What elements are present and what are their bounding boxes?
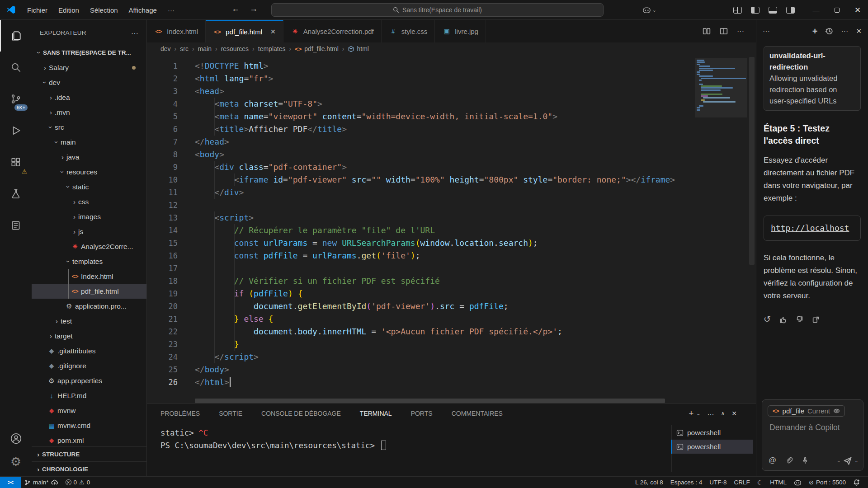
language-mode-item[interactable]: HTML <box>766 477 790 488</box>
activity-extensions-icon[interactable]: ⚠ <box>0 146 32 178</box>
nav-forward-icon[interactable]: → <box>250 4 258 14</box>
send-icon[interactable] <box>843 456 852 465</box>
tree-item-src[interactable]: ›src <box>32 120 146 135</box>
panel-tab-console-de-d-bogage[interactable]: CONSOLE DE DÉBOGAGE <box>261 407 341 420</box>
tree-item-salary[interactable]: ›Salary <box>32 60 146 75</box>
panel-tab-commentaires[interactable]: COMMENTAIRES <box>452 407 503 420</box>
tree-item--mvn[interactable]: ›.mvn <box>32 105 146 120</box>
tree-item-index-html[interactable]: <>Index.html <box>32 269 146 284</box>
window-restore-button[interactable] <box>826 0 847 20</box>
breadcrumb-part[interactable]: resources <box>221 45 249 52</box>
editor-horizontal-scrollbar[interactable] <box>147 398 756 404</box>
nav-back-icon[interactable]: ← <box>231 4 240 14</box>
terminal-instance-powershell[interactable]: powershell <box>671 426 753 440</box>
chat-messages[interactable]: unvalidated-url-redirection Allowing unv… <box>756 42 868 326</box>
panel-tab-probl-mes[interactable]: PROBLÈMES <box>160 407 200 420</box>
thumbs-up-icon[interactable] <box>779 316 787 324</box>
tree-item-target[interactable]: ›target <box>32 328 146 343</box>
window-close-button[interactable]: ✕ <box>847 0 868 20</box>
accounts-icon[interactable] <box>0 427 32 450</box>
tree-item-css[interactable]: ›css <box>32 194 146 209</box>
breadcrumb-part[interactable]: main <box>198 45 212 52</box>
explorer-more-actions-icon[interactable]: ··· <box>131 29 138 37</box>
tree-item-java[interactable]: ›java <box>32 150 146 164</box>
new-terminal-icon[interactable]: + <box>689 408 693 418</box>
git-branch-item[interactable]: main* <box>21 477 62 488</box>
tab-analyse2correction-pdf[interactable]: ✳Analyse2Correction.pdf <box>283 20 382 42</box>
tab-livre-jpg[interactable]: ▣livre.jpg <box>435 20 486 42</box>
insert-into-file-icon[interactable] <box>812 316 820 324</box>
activity-testing-icon[interactable] <box>0 178 32 210</box>
code-editor[interactable]: 1<!DOCTYPE html>2<html lang="fr">3<head>… <box>147 55 756 398</box>
problems-item[interactable]: ✕ 0 ⚠ 0 <box>62 477 94 488</box>
tab-close-icon[interactable]: ✕ <box>270 28 276 35</box>
menu-edition[interactable]: Edition <box>53 4 85 16</box>
indentation-item[interactable]: Espaces : 4 <box>667 477 706 488</box>
tree-item-resources[interactable]: ›resources <box>32 164 146 179</box>
panel-tab-sortie[interactable]: SORTIE <box>219 407 242 420</box>
section-chronologie[interactable]: ›CHRONOLOGIE <box>32 461 146 476</box>
tree-item-js[interactable]: ›js <box>32 224 146 239</box>
tab-pdf-file-html[interactable]: <>pdf_file.html✕ <box>206 20 283 42</box>
chat-history-icon[interactable] <box>825 27 833 35</box>
chat-editor-more-icon[interactable]: ··· <box>763 27 770 35</box>
send-options-chevron-icon[interactable]: ⌄ <box>854 458 859 464</box>
editor-more-actions-icon[interactable]: ··· <box>737 27 744 35</box>
tree-item-analyse2corre-[interactable]: ✳Analyse2Corre... <box>32 239 146 254</box>
tree-item--idea[interactable]: ›.idea <box>32 90 146 105</box>
activity-explorer-icon[interactable] <box>0 20 32 52</box>
tab-index-html[interactable]: <>Index.html <box>147 20 206 42</box>
tree-item-sans-titre-espace-de-tr-[interactable]: ›SANS TITRE(ESPACE DE TR... <box>32 45 146 60</box>
command-center-search[interactable]: Sans titre(Espace de travail) <box>271 3 604 17</box>
panel-more-actions-icon[interactable]: ··· <box>707 410 714 418</box>
tree-item--gitattributes[interactable]: ◆.gitattributes <box>32 343 146 358</box>
terminal-profile-chevron-icon[interactable]: ⌄ <box>696 411 700 417</box>
mention-icon[interactable]: @ <box>769 456 776 465</box>
tree-item-mvnw-cmd[interactable]: ▦mvnw.cmd <box>32 418 146 433</box>
attach-icon[interactable] <box>785 457 793 464</box>
remote-indicator[interactable]: >< <box>0 477 21 488</box>
breadcrumb-symbol[interactable]: html <box>357 45 368 52</box>
copilot-status-icon[interactable] <box>790 477 805 488</box>
tree-item-app-properties[interactable]: ⚙app.properties <box>32 373 146 388</box>
panel-tab-ports[interactable]: PORTS <box>411 407 433 420</box>
breadcrumb-file[interactable]: pdf_file.html <box>304 45 338 52</box>
new-chat-icon[interactable]: + <box>812 26 818 37</box>
menu-sélection[interactable]: Sélection <box>85 4 123 16</box>
activity-source-control-icon[interactable]: 6K+ <box>0 83 32 115</box>
tree-item-test[interactable]: ›test <box>32 314 146 328</box>
tree-item-main[interactable]: ›main <box>32 135 146 150</box>
customize-layout-icon[interactable] <box>733 7 742 14</box>
activity-run-debug-icon[interactable] <box>0 115 32 146</box>
send-mode-chevron-icon[interactable]: ⌄ <box>837 458 841 464</box>
cursor-position-item[interactable]: L 26, col 8 <box>632 477 667 488</box>
live-server-port-item[interactable]: ⊘ Port : 5500 <box>805 477 849 488</box>
notifications-bell-icon[interactable] <box>849 477 863 488</box>
window-minimize-button[interactable]: — <box>806 0 826 20</box>
editor-vertical-scrollbar[interactable] <box>749 57 755 265</box>
settings-gear-icon[interactable]: ⚙ <box>0 450 32 474</box>
eol-item[interactable]: CRLF <box>730 477 753 488</box>
tree-item-static[interactable]: ›static <box>32 179 146 194</box>
open-changes-icon[interactable] <box>703 27 711 35</box>
chat-input-box[interactable]: <> pdf_file Current Demander à Copilot @… <box>762 399 863 471</box>
tree-item-pom-xml[interactable]: ◆pom.xml <box>32 433 146 446</box>
panel-close-icon[interactable]: ✕ <box>731 410 737 417</box>
activity-search-icon[interactable] <box>0 52 32 83</box>
context-chip[interactable]: <> pdf_file Current <box>768 405 845 417</box>
terminal-instance-powershell[interactable]: powershell <box>671 440 753 454</box>
thumbs-down-icon[interactable] <box>796 316 803 324</box>
localhost-link[interactable]: http://localhost <box>771 223 849 233</box>
activity-notebook-icon[interactable] <box>0 210 32 241</box>
minimap[interactable] <box>695 55 747 398</box>
encoding-item[interactable]: UTF-8 <box>706 477 730 488</box>
tab-style-css[interactable]: #style.css <box>382 20 435 42</box>
toggle-panel-icon[interactable] <box>769 7 777 14</box>
tree-item-images[interactable]: ›images <box>32 209 146 224</box>
tree-item-pdf-file-html[interactable]: <>pdf_file.html <box>32 284 146 299</box>
theme-moon-icon[interactable]: ☾ <box>754 477 767 488</box>
chat-more-actions-icon[interactable]: ··· <box>841 27 848 35</box>
tree-item-dev[interactable]: ›dev <box>32 75 146 90</box>
microphone-icon[interactable] <box>802 457 809 464</box>
section-structure[interactable]: ›STRUCTURE <box>32 446 146 461</box>
